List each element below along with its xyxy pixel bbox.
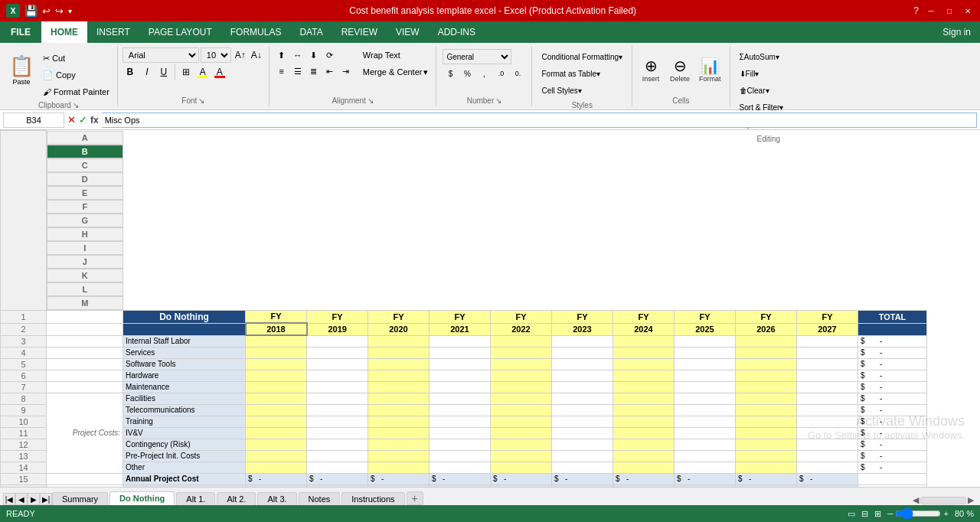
autosum-btn[interactable]: Σ AutoSum ▾ bbox=[737, 49, 782, 64]
tab-insert[interactable]: INSERT bbox=[87, 21, 139, 43]
cell-l11[interactable] bbox=[797, 427, 858, 439]
cell-l4[interactable] bbox=[797, 347, 858, 358]
cell-i5[interactable] bbox=[613, 358, 675, 370]
cell-l1[interactable]: FY bbox=[797, 310, 858, 323]
cell-g13[interactable] bbox=[491, 450, 552, 462]
cell-c15[interactable]: $ - bbox=[246, 473, 307, 484]
cell-e13[interactable] bbox=[368, 450, 430, 462]
cell-i11[interactable] bbox=[613, 427, 675, 439]
cell-k2[interactable]: 2026 bbox=[736, 323, 797, 335]
cell-h11[interactable] bbox=[552, 427, 613, 439]
italic-btn[interactable]: I bbox=[139, 64, 155, 80]
alignment-expand-icon[interactable]: ↘ bbox=[368, 96, 374, 105]
tab-home[interactable]: HOME bbox=[41, 21, 87, 43]
cell-d7[interactable] bbox=[307, 381, 368, 393]
cell-h2[interactable]: 2023 bbox=[552, 323, 613, 335]
cell-h6[interactable] bbox=[552, 370, 613, 381]
cell-l8[interactable] bbox=[797, 393, 858, 404]
insert-function-icon[interactable]: fx bbox=[90, 115, 99, 126]
cell-e10[interactable] bbox=[368, 416, 430, 427]
merge-dropdown-icon[interactable]: ▾ bbox=[423, 67, 428, 77]
cell-f7[interactable] bbox=[430, 381, 491, 393]
cell-h14[interactable] bbox=[552, 462, 613, 473]
cell-m3[interactable]: $ - bbox=[858, 335, 927, 347]
cell-e7[interactable] bbox=[368, 381, 430, 393]
number-expand-icon[interactable]: ↘ bbox=[495, 96, 501, 105]
cell-b3[interactable]: Internal Staff Labor bbox=[123, 335, 246, 347]
cell-e8[interactable] bbox=[368, 393, 430, 404]
quick-access-redo[interactable]: ↪ bbox=[55, 5, 64, 17]
cell-f8[interactable] bbox=[430, 393, 491, 404]
cell-c6[interactable] bbox=[246, 370, 307, 381]
cell-j2[interactable]: 2025 bbox=[675, 323, 736, 335]
cell-h15[interactable]: $ - bbox=[552, 473, 613, 484]
cell-i3[interactable] bbox=[613, 335, 675, 347]
cell-e3[interactable] bbox=[368, 335, 430, 347]
cell-d12[interactable] bbox=[307, 439, 368, 450]
cell-g5[interactable] bbox=[491, 358, 552, 370]
cell-a15[interactable] bbox=[47, 473, 123, 484]
col-header-l[interactable]: L bbox=[47, 282, 123, 296]
tab-page-layout[interactable]: PAGE LAYOUT bbox=[139, 21, 221, 43]
row-num-5[interactable]: 5 bbox=[1, 358, 47, 370]
maximize-btn[interactable]: □ bbox=[943, 5, 956, 17]
cell-d2[interactable]: 2019 bbox=[307, 323, 368, 335]
col-header-d[interactable]: D bbox=[47, 172, 123, 186]
cell-a4[interactable] bbox=[47, 347, 123, 358]
cell-l13[interactable] bbox=[797, 450, 858, 462]
col-header-e[interactable]: E bbox=[47, 186, 123, 200]
cell-g7[interactable] bbox=[491, 381, 552, 393]
conditional-formatting-btn[interactable]: Conditional Formatting ▾ bbox=[538, 49, 626, 64]
fill-color-btn[interactable]: A bbox=[195, 64, 211, 80]
tab-review[interactable]: REVIEW bbox=[332, 21, 387, 43]
cell-m2[interactable] bbox=[858, 323, 927, 335]
cell-l3[interactable] bbox=[797, 335, 858, 347]
row-num-15[interactable]: 15 bbox=[1, 473, 47, 484]
cell-j6[interactable] bbox=[675, 370, 736, 381]
cell-g11[interactable] bbox=[491, 427, 552, 439]
cell-f14[interactable] bbox=[430, 462, 491, 473]
cell-h5[interactable] bbox=[552, 358, 613, 370]
row-num-4[interactable]: 4 bbox=[1, 347, 47, 358]
cell-m4[interactable]: $ - bbox=[858, 347, 927, 358]
cell-e4[interactable] bbox=[368, 347, 430, 358]
cell-c3[interactable] bbox=[246, 335, 307, 347]
font-size-select[interactable]: 10 bbox=[201, 47, 231, 63]
tab-view[interactable]: VIEW bbox=[387, 21, 429, 43]
format-painter-button[interactable]: 🖌 Format Painter bbox=[40, 84, 113, 100]
underline-btn[interactable]: U bbox=[156, 64, 172, 80]
cell-g9[interactable] bbox=[491, 404, 552, 416]
cell-b2[interactable] bbox=[123, 323, 246, 335]
cell-l12[interactable] bbox=[797, 439, 858, 450]
cell-a7[interactable] bbox=[47, 381, 123, 393]
help-btn[interactable]: ? bbox=[913, 5, 919, 16]
cell-e14[interactable] bbox=[368, 462, 430, 473]
cell-m8[interactable]: $ - bbox=[858, 393, 927, 404]
cell-b7[interactable]: Maintenance bbox=[123, 381, 246, 393]
cell-styles-btn[interactable]: Cell Styles ▾ bbox=[538, 83, 584, 98]
row-num-3[interactable]: 3 bbox=[1, 335, 47, 347]
cell-f5[interactable] bbox=[430, 358, 491, 370]
cell-c11[interactable] bbox=[246, 427, 307, 439]
decrease-indent-btn[interactable]: ⇤ bbox=[322, 64, 338, 79]
col-header-k[interactable]: K bbox=[47, 269, 123, 282]
cell-reference-input[interactable] bbox=[3, 113, 64, 128]
cell-d8[interactable] bbox=[307, 393, 368, 404]
minimize-btn[interactable]: ─ bbox=[925, 5, 937, 17]
cell-k3[interactable] bbox=[736, 335, 797, 347]
fill-btn[interactable]: ⬇ Fill ▾ bbox=[737, 66, 763, 81]
cell-e11[interactable] bbox=[368, 427, 430, 439]
cell-g14[interactable] bbox=[491, 462, 552, 473]
cell-a1[interactable] bbox=[47, 310, 123, 323]
comma-btn[interactable]: , bbox=[476, 66, 492, 81]
cell-m11[interactable]: $ - bbox=[858, 427, 927, 439]
cell-l6[interactable] bbox=[797, 370, 858, 381]
number-format-select[interactable]: General bbox=[443, 49, 511, 64]
cell-a3[interactable] bbox=[47, 335, 123, 347]
cell-f11[interactable] bbox=[430, 427, 491, 439]
cell-d11[interactable] bbox=[307, 427, 368, 439]
cell-b15[interactable]: Annual Project Cost bbox=[123, 473, 246, 484]
paste-button[interactable]: 📋 Paste bbox=[5, 47, 38, 92]
row-num-6[interactable]: 6 bbox=[1, 370, 47, 381]
cell-k15[interactable]: $ - bbox=[736, 473, 797, 484]
